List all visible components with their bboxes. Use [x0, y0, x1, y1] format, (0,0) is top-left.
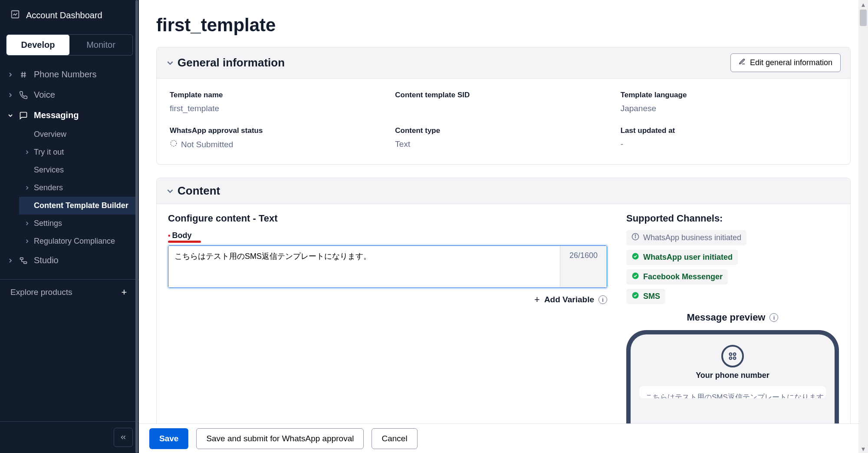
body-char-count: 26/1600: [560, 246, 607, 288]
info-icon[interactable]: i: [598, 295, 607, 304]
phone-avatar-icon: [721, 345, 744, 367]
wa-status-value: Not Submitted: [170, 139, 386, 149]
svg-line-3: [22, 72, 23, 77]
red-underline-annotation: [168, 241, 201, 243]
nav-messaging[interactable]: Messaging: [0, 105, 139, 126]
status-dashed-icon: [170, 139, 178, 149]
sidebar-tabs: Develop Monitor: [6, 34, 133, 56]
edit-general-info-button[interactable]: Edit general information: [730, 53, 841, 72]
configure-content-title: Configure content - Text: [168, 213, 607, 224]
updated-label: Last updated at: [621, 126, 837, 135]
save-button[interactable]: Save: [149, 428, 188, 449]
svg-line-4: [25, 72, 25, 77]
supported-channels-title: Supported Channels:: [626, 213, 839, 224]
sidebar-item-settings[interactable]: Settings: [23, 215, 139, 232]
content-type-value: Text: [395, 139, 612, 149]
sidebar-scrollbar[interactable]: [135, 0, 138, 453]
check-circle-icon: [631, 272, 639, 282]
general-info-panel: General information Edit general informa…: [156, 47, 851, 165]
main: first_template General information Edit …: [139, 0, 868, 453]
general-info-title: General information: [178, 56, 285, 69]
explore-products[interactable]: Explore products +: [0, 279, 139, 305]
nav-phone-numbers[interactable]: Phone Numbers: [0, 64, 139, 85]
sid-label: Content template SID: [395, 91, 612, 99]
account-dashboard-label: Account Dashboard: [26, 10, 102, 20]
plus-icon: +: [534, 294, 540, 305]
body-field-label: •Body: [168, 231, 192, 240]
svg-point-15: [733, 353, 736, 356]
phone-number-label: Your phone number: [638, 371, 828, 380]
svg-point-14: [730, 353, 732, 356]
scroll-down-icon[interactable]: ▾: [860, 445, 867, 452]
nav-studio[interactable]: Studio: [0, 250, 139, 271]
chevron-down-icon[interactable]: [165, 60, 173, 66]
account-dashboard-link[interactable]: Account Dashboard: [0, 0, 139, 31]
check-circle-icon: [631, 291, 639, 301]
chevron-down-icon[interactable]: [165, 188, 173, 194]
template-name-label: Template name: [170, 91, 386, 99]
sidebar-item-overview[interactable]: Overview: [23, 126, 139, 143]
sidebar-item-senders[interactable]: Senders: [23, 179, 139, 197]
chevron-right-icon: [24, 150, 30, 154]
wa-status-label: WhatsApp approval status: [170, 126, 386, 135]
chat-icon: [18, 111, 29, 120]
chevron-right-icon: [24, 186, 30, 190]
page-scrollbar[interactable]: ▴ ▾: [858, 0, 868, 453]
tab-develop[interactable]: Develop: [7, 35, 69, 55]
tab-monitor[interactable]: Monitor: [69, 35, 132, 55]
sidebar-item-try-it-out[interactable]: Try it out: [23, 143, 139, 161]
svg-point-17: [733, 357, 736, 360]
svg-point-16: [730, 357, 732, 360]
sidebar-item-content-template-builder[interactable]: Content Template Builder: [19, 197, 136, 215]
collapse-sidebar-button[interactable]: [114, 428, 133, 447]
sidebar-item-services[interactable]: Services: [23, 161, 139, 179]
language-label: Template language: [621, 91, 837, 99]
check-circle-icon: [631, 252, 639, 262]
save-submit-button[interactable]: Save and submit for WhatsApp approval: [196, 428, 364, 449]
nav-phone-numbers-label: Phone Numbers: [34, 69, 97, 79]
cancel-button[interactable]: Cancel: [372, 428, 417, 449]
scroll-thumb[interactable]: [860, 10, 867, 26]
svg-rect-6: [24, 261, 27, 263]
chevron-right-icon: [8, 73, 13, 77]
svg-rect-5: [20, 258, 23, 259]
add-variable-button[interactable]: + Add Variable i: [168, 294, 607, 305]
info-icon[interactable]: i: [769, 313, 778, 322]
channel-facebook-messenger: Facebook Messenger: [626, 269, 728, 284]
body-textarea[interactable]: [168, 246, 560, 288]
nav-studio-label: Studio: [34, 255, 59, 265]
nav-voice-label: Voice: [34, 90, 55, 100]
language-value: Japanese: [621, 104, 837, 113]
scroll-up-icon[interactable]: ▴: [860, 1, 867, 8]
footer-bar: Save Save and submit for WhatsApp approv…: [139, 423, 868, 453]
plus-icon: +: [120, 288, 128, 297]
svg-point-7: [171, 140, 177, 146]
chevrons-left-icon: [119, 433, 127, 441]
chevron-right-icon: [8, 258, 13, 263]
phone-preview: Your phone number こちらはテスト用のSMS返信テンプレートにな…: [626, 330, 839, 423]
svg-point-10: [635, 235, 636, 236]
flow-icon: [18, 256, 29, 265]
phone-icon: [18, 91, 29, 99]
content-title: Content: [178, 184, 220, 198]
message-preview-title: Message preview i: [626, 312, 839, 323]
chevron-right-icon: [8, 93, 13, 97]
channel-sms: SMS: [626, 289, 665, 304]
nav-messaging-label: Messaging: [34, 110, 79, 120]
channel-whatsapp-business: WhatsApp business initiated: [626, 230, 746, 245]
updated-value: -: [621, 139, 837, 149]
content-type-label: Content type: [395, 126, 612, 135]
hash-icon: [18, 70, 29, 79]
chevron-down-icon: [8, 113, 13, 118]
phone-preview-message: こちらはテスト用のSMS返信テンプレートになります。: [639, 386, 826, 398]
dashboard-icon: [10, 10, 20, 21]
chevron-right-icon: [24, 239, 30, 243]
sidebar-item-regulatory[interactable]: Regulatory Compliance: [23, 232, 139, 250]
channel-whatsapp-user: WhatsApp user initiated: [626, 250, 738, 265]
body-field-container: 26/1600: [168, 245, 607, 288]
pencil-icon: [739, 58, 746, 67]
page-title: first_template: [156, 0, 851, 47]
sidebar: Account Dashboard Develop Monitor Phone …: [0, 0, 139, 453]
info-icon: [631, 233, 639, 243]
nav-voice[interactable]: Voice: [0, 85, 139, 105]
